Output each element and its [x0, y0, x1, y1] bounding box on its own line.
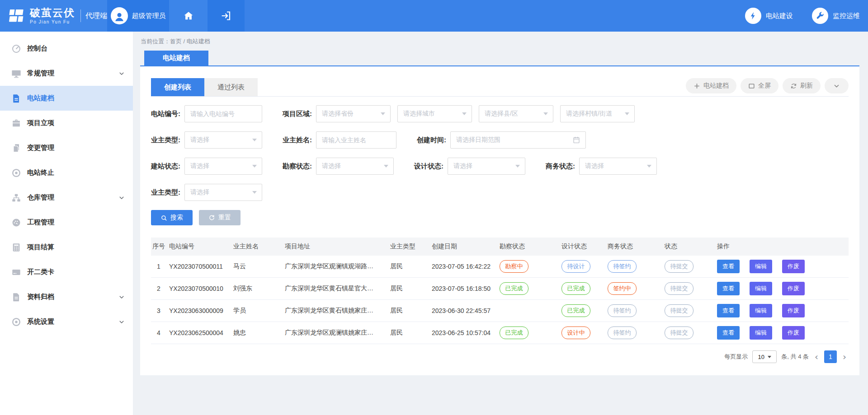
topbar: 破茧云伏 Po Jian Yun Fu 代理端 超级管理员 电站建设 [0, 0, 868, 32]
owner-name-input[interactable] [316, 131, 396, 149]
column-header: 电站编号 [169, 242, 233, 251]
table-row: 3YX2023063000009学员广东深圳龙华区黄石镇姚家庄…居民2023-0… [151, 300, 849, 322]
sidebar-item-11[interactable]: 资料归档 [0, 284, 133, 309]
sidebar-item-label: 工程管理 [27, 218, 54, 227]
view-button[interactable]: 查看 [717, 282, 740, 295]
filter-field: 业主类型:请选择 [151, 131, 262, 149]
sidebar-item-12[interactable]: 系统设置 [0, 309, 133, 334]
prev-page-button[interactable]: ‹ [813, 352, 820, 361]
sidebar-item-label: 电站建档 [27, 94, 54, 103]
town-select[interactable]: 请选择村镇/街道 [560, 105, 635, 122]
filter-field: 建站状态:请选择 [151, 158, 262, 175]
edit-button[interactable]: 编辑 [750, 260, 772, 273]
fullscreen-button[interactable]: 全屏 [741, 78, 778, 93]
filter-label: 商务状态: [546, 162, 575, 171]
sidebar-item-5[interactable]: 变更管理 [0, 135, 133, 160]
cell: 待签约 [608, 304, 665, 317]
edit-button[interactable]: 编辑 [750, 326, 772, 340]
filter-field: 请选择县/区 [479, 105, 553, 122]
sidebar-item-8[interactable]: 工程管理 [0, 210, 133, 235]
chevron-down-icon [462, 112, 467, 115]
chevron-down-icon [118, 319, 125, 325]
business-status-select[interactable]: 请选择 [579, 158, 657, 175]
create-station-button[interactable]: 电站建档 [686, 78, 736, 93]
sitemap-icon [11, 193, 21, 203]
cell: YX2023070500010 [169, 285, 233, 292]
tab-create-list[interactable]: 创建列表 [151, 78, 204, 96]
sidebar-item-10[interactable]: 开二类卡 [0, 260, 133, 284]
status-badge: 待设计 [561, 260, 590, 273]
province-select[interactable]: 请选择省份 [316, 105, 391, 122]
void-button[interactable]: 作废 [782, 282, 805, 295]
wrench-icon [812, 8, 828, 24]
design-status-select[interactable]: 请选择 [448, 158, 525, 175]
status-badge: 待签约 [608, 326, 637, 339]
tab-passed-list[interactable]: 通过列表 [204, 78, 258, 96]
page-tab[interactable]: 电站建档 [144, 51, 208, 65]
owner-type-select-2[interactable]: 请选择 [184, 184, 262, 201]
sidebar-item-4[interactable]: 项目立项 [0, 111, 133, 135]
sidebar-item-label: 控制台 [27, 44, 47, 53]
home-button[interactable] [169, 0, 208, 32]
sidebar-item-6[interactable]: 电站终止 [0, 160, 133, 185]
station-code-input[interactable] [184, 105, 262, 122]
brand[interactable]: 破茧云伏 Po Jian Yun Fu 代理端 [0, 0, 107, 32]
filter-label: 设计状态: [414, 162, 443, 171]
view-button[interactable]: 查看 [717, 304, 740, 317]
sidebar-item-1[interactable]: 控制台 [0, 36, 133, 61]
avatar [111, 7, 128, 24]
sidebar-item-7[interactable]: 仓库管理 [0, 185, 133, 210]
page-1-button[interactable]: 1 [824, 350, 837, 363]
edit-button[interactable]: 编辑 [750, 282, 772, 295]
briefcase-icon [11, 118, 21, 128]
logout-icon [221, 10, 231, 21]
void-button[interactable]: 作废 [782, 326, 805, 340]
cell: 待提交 [665, 304, 717, 317]
table-row: 4YX2023062500004姚忠广东深圳龙华区观澜镇姚家庄…居民2023-0… [151, 322, 849, 344]
fullscreen-icon [748, 83, 755, 89]
reset-icon [208, 214, 215, 221]
user-menu[interactable]: 超级管理员 [107, 0, 169, 32]
cell: 2023-06-30 22:45:57 [432, 307, 500, 314]
chevron-down-icon [118, 294, 125, 300]
per-page-select[interactable]: 10 [752, 350, 777, 363]
per-page-label: 每页显示 [724, 353, 748, 361]
logout-button[interactable] [208, 0, 245, 32]
create-date-range-input[interactable]: 请选择日期范围 [450, 131, 586, 149]
breadcrumb-home[interactable]: 首页 [170, 38, 182, 45]
sidebar-item-2[interactable]: 常规管理 [0, 61, 133, 86]
nav-monitor-ops[interactable]: 监控运维 [812, 8, 860, 24]
refresh-button[interactable]: 刷新 [783, 78, 821, 93]
owner-type-select[interactable]: 请选择 [184, 131, 262, 149]
edit-button[interactable]: 编辑 [750, 304, 772, 317]
void-button[interactable]: 作废 [782, 304, 805, 317]
survey-status-select[interactable]: 请选择 [316, 158, 394, 175]
calendar-icon [572, 136, 580, 144]
toolbar: 电站建档 全屏 刷新 [686, 78, 849, 96]
view-button[interactable]: 查看 [717, 260, 740, 273]
status-badge: 已完成 [561, 304, 590, 317]
cell: 姚忠 [233, 329, 285, 337]
sidebar-item-9[interactable]: 项目结算 [0, 235, 133, 260]
void-button[interactable]: 作废 [782, 260, 805, 273]
city-select[interactable]: 请选择城市 [397, 105, 472, 122]
filter-label: 项目区域: [283, 110, 312, 118]
search-button[interactable]: 搜索 [151, 210, 193, 225]
chevron-down-icon [252, 165, 257, 168]
cell: 广东深圳龙华区黄石镇星官大… [285, 284, 390, 293]
cell: 2023-06-25 10:57:04 [432, 329, 500, 336]
view-button[interactable]: 查看 [717, 326, 740, 340]
next-page-button[interactable]: › [841, 352, 848, 361]
chevron-down-icon [543, 112, 548, 115]
data-table: 序号电站编号业主姓名项目地址业主类型创建日期勘察状态设计状态商务状态状态操作 1… [151, 238, 849, 344]
build-status-select[interactable]: 请选择 [184, 158, 262, 175]
column-header: 序号 [151, 242, 169, 251]
reset-button[interactable]: 重置 [199, 210, 241, 225]
sidebar-item-3[interactable]: 电站建档 [0, 86, 133, 111]
district-select[interactable]: 请选择县/区 [479, 105, 553, 122]
nav-station-build[interactable]: 电站建设 [745, 8, 793, 24]
collapse-button[interactable] [825, 78, 849, 93]
status-badge: 设计中 [561, 326, 590, 339]
sidebar-item-label: 变更管理 [27, 144, 54, 152]
pages-icon [11, 143, 21, 153]
